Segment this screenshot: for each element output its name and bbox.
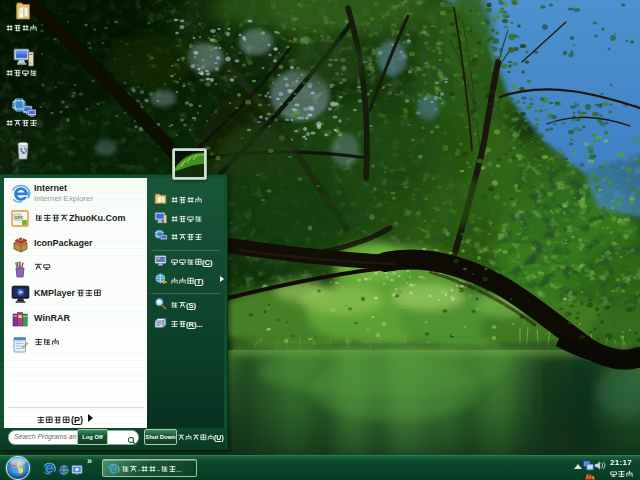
svg-text:DFC: DFC: [15, 215, 24, 220]
